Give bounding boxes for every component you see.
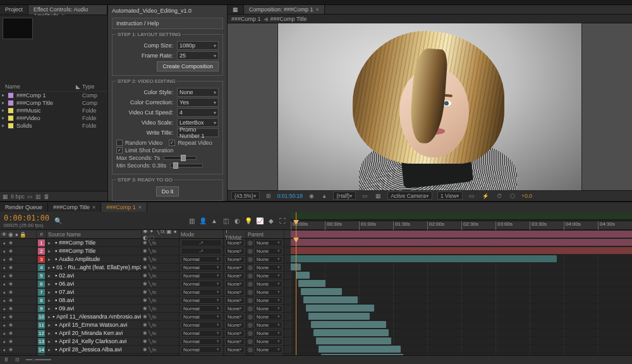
search-icon[interactable]: 🔍 [54,217,62,224]
audio-icon[interactable] [8,298,13,303]
pickwhip-icon[interactable]: ◎ [248,297,253,303]
interpret-icon[interactable]: ▦ [3,193,8,200]
composition-viewer[interactable] [228,23,632,190]
layer-bar[interactable] [319,346,401,353]
audio-icon[interactable] [8,289,13,295]
frame-blend-icon[interactable]: ◫ [221,217,230,226]
create-composition-button[interactable]: Create Composition [157,61,219,71]
project-item[interactable]: ▸###Comp 1Comp [0,92,107,99]
camera-select[interactable]: Active Camera [387,191,432,200]
audio-icon[interactable] [8,273,13,279]
visibility-icon[interactable] [1,298,7,303]
bpc-toggle[interactable]: 8 bpc [11,193,25,200]
layer-bar[interactable] [313,329,389,336]
visibility-icon[interactable] [1,265,7,270]
project-item[interactable]: ▸###Comp TitleComp [0,99,107,107]
layer-row[interactable]: 11 ▸▪April 15_Emma Watson.avi ✱╲fx Norma… [0,321,291,329]
new-folder-icon[interactable]: ▭ [27,193,33,200]
pickwhip-icon[interactable]: ◎ [248,248,253,254]
tab-composition[interactable]: Composition: ###Comp 1× [244,5,325,14]
viewer-timecode[interactable]: 0:01:50:18 [277,193,303,199]
visibility-icon[interactable] [1,322,7,328]
flow-comp-title[interactable]: ###Comp Title [270,16,307,22]
flow-comp1[interactable]: ###Comp 1 [231,16,261,22]
track-row[interactable] [291,296,632,304]
roi-icon[interactable]: ▭ [361,193,369,199]
visibility-icon[interactable] [1,347,7,353]
shy-icon[interactable]: 👤 [198,217,207,226]
track-row[interactable] [291,246,632,255]
frame-rate-select[interactable]: 25 [177,51,219,60]
audio-icon[interactable] [8,306,13,312]
layer-bar[interactable] [291,247,632,254]
pickwhip-icon[interactable]: ◎ [248,322,253,328]
project-item[interactable]: ▸###VideoFolde [0,114,107,122]
cut-speed-select[interactable]: 4 [177,108,219,117]
instruction-help[interactable]: Instruction / Help [112,18,223,29]
track-row[interactable] [291,320,632,329]
footage-icon[interactable]: ▦ [228,5,244,14]
write-title-input[interactable]: Promo Number 1 [177,128,219,137]
layer-row[interactable]: 2 ▸▪###Comp Title ✱╲fx - None ◎None [0,247,291,255]
track-row[interactable] [291,279,632,288]
pickwhip-icon[interactable]: ◎ [248,281,253,287]
track-row[interactable] [291,230,632,238]
pickwhip-icon[interactable]: ◎ [248,338,253,344]
track-row[interactable] [291,271,632,279]
expand-icon[interactable]: ⛶ [278,217,287,226]
track-row[interactable] [291,255,632,263]
track-row[interactable] [291,238,632,246]
flowchart-icon[interactable]: ⬡ [509,193,516,199]
layer-bar[interactable] [291,255,557,262]
layer-bar[interactable] [321,354,403,355]
pickwhip-icon[interactable]: ◎ [248,272,253,279]
draft3d-icon[interactable]: ▲ [210,217,219,226]
audio-icon[interactable] [8,322,13,328]
layer-bar[interactable] [301,288,342,295]
track-row[interactable] [291,329,632,337]
close-icon[interactable]: × [316,6,319,13]
video-scale-select[interactable]: LetterBox [177,118,219,127]
limit-shot-checkbox[interactable] [116,147,123,154]
timeline-timecode[interactable]: 0:00:01:00 [4,214,49,222]
min-seconds-slider[interactable] [170,164,203,167]
track-row[interactable] [291,304,632,312]
visibility-icon[interactable] [1,240,7,246]
layer-bar[interactable] [306,305,374,312]
audio-icon[interactable] [8,281,13,287]
close-icon[interactable]: × [138,204,142,210]
tab-comp-title[interactable]: ###Comp Title× [48,203,101,212]
grid-icon[interactable]: ⊞ [265,193,272,199]
layer-bar[interactable] [303,296,358,303]
layer-bar[interactable] [311,321,386,328]
track-row[interactable] [291,337,632,345]
pickwhip-icon[interactable]: ◎ [248,305,253,312]
visibility-icon[interactable] [1,331,7,336]
layer-bar[interactable] [308,313,370,320]
audio-icon[interactable] [8,248,13,254]
layer-row[interactable]: 8 ▸▪08.avi ✱╲fx Normal None ◎None [0,296,291,305]
current-time-indicator[interactable] [296,212,296,229]
layer-bar[interactable] [316,337,391,344]
fast-preview-icon[interactable]: ⚡ [481,193,490,199]
transparency-icon[interactable]: ▦ [374,193,382,199]
time-ruler-area[interactable]: 00:00s00:30s01:00s01:30s02:00s02:30s03:0… [291,212,632,229]
color-corr-select[interactable]: Yes [177,98,219,107]
tab-effect-controls[interactable]: Effect Controls: Audio Amplitude× [28,5,107,15]
comp-mini-icon[interactable]: ▥ [187,217,196,226]
audio-icon[interactable] [8,347,13,353]
do-it-button[interactable]: Do it [156,186,179,197]
pickwhip-icon[interactable]: ◎ [248,346,253,353]
trash-icon[interactable]: 🗑 [44,193,49,200]
zoom-slider[interactable]: ━━○━━━━━ [26,357,51,363]
visibility-icon[interactable] [1,281,7,287]
motion-blur-icon[interactable]: ◐ [233,217,241,226]
audio-icon[interactable] [8,240,13,246]
timeline-icon[interactable]: ⏱ [495,193,504,199]
visibility-icon[interactable] [1,257,7,262]
track-row[interactable] [291,263,632,271]
tab-render-queue[interactable]: Render Queue [0,203,48,212]
track-row[interactable] [291,312,632,320]
audio-icon[interactable] [8,265,13,270]
layer-row[interactable]: 1 ▸▪###Comp Title ✱╲fx - None ◎None [0,239,291,247]
